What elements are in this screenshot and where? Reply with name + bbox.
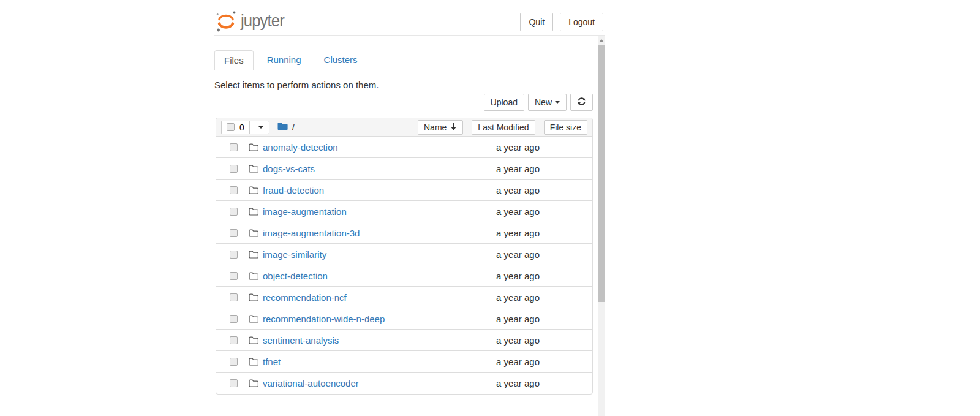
folder-link[interactable]: object-detection	[263, 271, 328, 281]
select-all-button[interactable]: 0	[221, 121, 250, 134]
row-checkbox[interactable]	[230, 186, 238, 194]
breadcrumb-root-link[interactable]: /	[292, 122, 295, 132]
row-checkbox[interactable]	[230, 293, 238, 301]
tab-files[interactable]: Files	[214, 50, 254, 70]
row-checkbox[interactable]	[230, 336, 238, 344]
file-row: image-similarity a year ago	[216, 244, 592, 265]
folder-outline-icon	[249, 315, 258, 323]
toolbar: Upload New	[214, 94, 594, 111]
folder-outline-icon	[249, 336, 258, 344]
sort-name-label: Name	[424, 123, 447, 132]
folder-link[interactable]: dogs-vs-cats	[263, 164, 315, 174]
list-header: 0 / Name	[216, 118, 592, 137]
file-row: variational-autoencoder a year ago	[216, 373, 592, 394]
new-dropdown-label: New	[535, 97, 552, 107]
file-row: tfnet a year ago	[216, 351, 592, 373]
select-dropdown-button[interactable]	[249, 121, 270, 134]
new-dropdown-button[interactable]: New	[528, 94, 567, 111]
tab-bar: Files Running Clusters	[214, 50, 594, 70]
file-row: object-detection a year ago	[216, 265, 592, 287]
file-table: 0 / Name	[216, 118, 593, 395]
last-modified-value: a year ago	[496, 228, 540, 238]
row-checkbox[interactable]	[230, 143, 238, 151]
tab-clusters[interactable]: Clusters	[315, 50, 367, 70]
folder-outline-icon	[249, 186, 258, 194]
file-row: fraud-detection a year ago	[216, 180, 592, 201]
folder-outline-icon	[249, 229, 258, 237]
caret-down-icon	[555, 101, 560, 104]
folder-link[interactable]: image-augmentation-3d	[263, 228, 360, 238]
tab-running[interactable]: Running	[258, 50, 311, 70]
logo-text: jupyter	[241, 12, 284, 32]
last-modified-value: a year ago	[496, 142, 540, 153]
select-all-checkbox[interactable]	[227, 123, 235, 131]
scroll-up-arrow-icon[interactable]	[599, 39, 604, 42]
row-checkbox[interactable]	[230, 165, 238, 173]
folder-link[interactable]: anomaly-detection	[263, 142, 338, 153]
folder-outline-icon	[249, 165, 258, 173]
file-row: anomaly-detection a year ago	[216, 137, 592, 158]
instruction-text: Select items to perform actions on them.	[214, 80, 594, 90]
row-checkbox[interactable]	[230, 272, 238, 280]
folder-outline-icon	[249, 358, 258, 366]
row-checkbox[interactable]	[230, 229, 238, 237]
folder-link[interactable]: variational-autoencoder	[263, 378, 359, 388]
selected-count: 0	[239, 123, 244, 132]
file-row: recommendation-wide-n-deep a year ago	[216, 308, 592, 330]
folder-outline-icon	[249, 143, 258, 151]
folder-icon	[277, 122, 288, 133]
header-buttons: Quit Logout	[520, 13, 603, 31]
folder-link[interactable]: fraud-detection	[263, 185, 324, 195]
file-list: anomaly-detection a year ago dogs-vs-cat…	[216, 137, 592, 394]
folder-link[interactable]: tfnet	[263, 357, 281, 367]
folder-link[interactable]: recommendation-ncf	[263, 292, 347, 303]
sort-file-size-button[interactable]: File size	[544, 120, 587, 135]
last-modified-value: a year ago	[496, 335, 540, 346]
folder-link[interactable]: sentiment-analysis	[263, 335, 339, 346]
file-row: image-augmentation a year ago	[216, 201, 592, 222]
refresh-icon	[577, 97, 586, 108]
jupyter-logo[interactable]: jupyter	[215, 10, 288, 35]
row-checkbox[interactable]	[230, 251, 238, 259]
last-modified-value: a year ago	[496, 378, 540, 388]
select-all-group: 0	[221, 121, 270, 134]
refresh-button[interactable]	[570, 94, 593, 111]
file-row: image-augmentation-3d a year ago	[216, 222, 592, 244]
last-modified-value: a year ago	[496, 206, 540, 217]
folder-link[interactable]: image-similarity	[263, 249, 326, 260]
app-header: jupyter Quit Logout	[214, 9, 605, 36]
folder-outline-icon	[249, 379, 258, 387]
jupyter-file-browser: jupyter Quit Logout Files Running Cluste…	[214, 0, 605, 416]
folder-link[interactable]: image-augmentation	[263, 206, 347, 217]
vertical-scrollbar[interactable]	[598, 36, 605, 416]
breadcrumb: /	[277, 122, 295, 133]
folder-link[interactable]: recommendation-wide-n-deep	[263, 314, 385, 324]
folder-outline-icon	[249, 251, 258, 259]
logout-button[interactable]: Logout	[560, 13, 603, 31]
last-modified-value: a year ago	[496, 164, 540, 174]
row-checkbox[interactable]	[230, 379, 238, 387]
last-modified-value: a year ago	[496, 271, 540, 281]
caret-down-icon	[258, 126, 263, 129]
last-modified-value: a year ago	[496, 314, 540, 324]
file-row: recommendation-ncf a year ago	[216, 287, 592, 308]
upload-button[interactable]: Upload	[484, 94, 524, 111]
folder-outline-icon	[249, 272, 258, 280]
folder-outline-icon	[249, 208, 258, 216]
file-row: dogs-vs-cats a year ago	[216, 158, 592, 180]
folder-outline-icon	[249, 293, 258, 301]
last-modified-value: a year ago	[496, 249, 540, 260]
last-modified-value: a year ago	[496, 292, 540, 303]
scrollbar-thumb[interactable]	[598, 45, 605, 302]
row-checkbox[interactable]	[230, 315, 238, 323]
row-checkbox[interactable]	[230, 208, 238, 216]
last-modified-value: a year ago	[496, 357, 540, 367]
last-modified-value: a year ago	[496, 185, 540, 195]
row-checkbox[interactable]	[230, 358, 238, 366]
file-row: sentiment-analysis a year ago	[216, 330, 592, 351]
quit-button[interactable]: Quit	[520, 13, 553, 31]
arrow-down-icon	[450, 123, 457, 132]
sort-last-modified-button[interactable]: Last Modified	[472, 120, 535, 135]
jupyter-logo-icon	[215, 10, 237, 35]
sort-name-button[interactable]: Name	[418, 120, 463, 135]
